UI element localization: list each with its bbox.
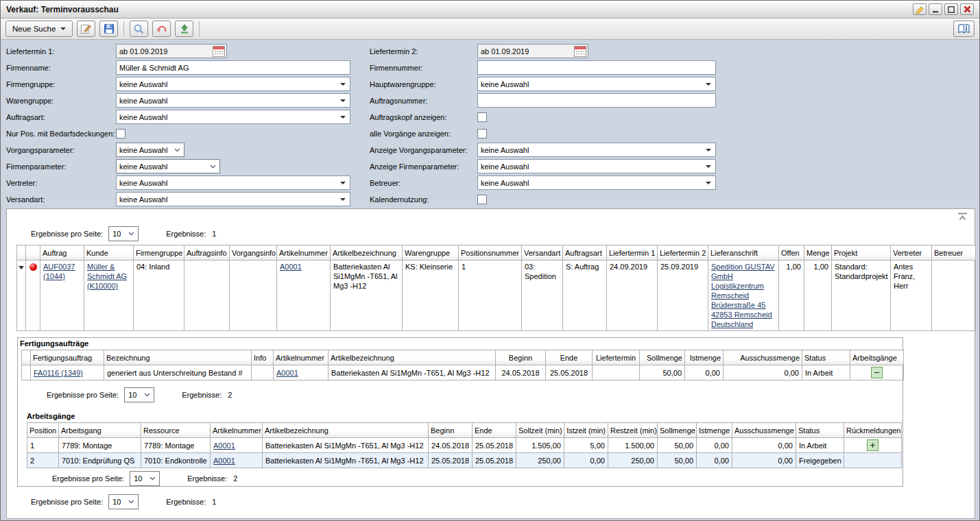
window-buttons <box>913 3 974 15</box>
export-button[interactable] <box>175 21 193 37</box>
nurpos-checkbox[interactable] <box>116 129 126 138</box>
minimize-button[interactable] <box>929 3 942 15</box>
per-page-select[interactable]: 10 <box>130 471 160 486</box>
arbeitsgaenge-heading: Arbeitsgänge <box>27 412 75 420</box>
liefertermin2-field[interactable]: ab 01.09.2019 <box>477 44 588 58</box>
fa-arbeitsgaenge-cell <box>850 365 904 380</box>
undo-button[interactable] <box>152 21 171 37</box>
firmengruppe-dropdown[interactable]: keine Auswahl <box>116 77 350 91</box>
anzeige-firmenparameter-dropdown[interactable]: keine Auswahl <box>477 159 716 173</box>
auftragsnummer-input[interactable] <box>477 93 716 108</box>
artikelnummer-link[interactable]: A0001 <box>213 457 235 465</box>
betreuer-cell <box>932 260 976 331</box>
ag-ausschussmenge-cell: 0,00 <box>732 438 796 453</box>
chevron-down-icon <box>340 182 346 184</box>
firmenname-input[interactable]: Müller & Schmidt AG <box>116 60 350 75</box>
liefertermin1-label: Liefertermin 1: <box>6 47 116 56</box>
close-icon <box>963 5 972 14</box>
hauptwarengruppe-dropdown[interactable]: keine Auswahl <box>477 77 716 91</box>
kalendernutzung-label: Kalendernutzung: <box>370 195 477 204</box>
auftragskopf-checkbox[interactable] <box>477 112 487 122</box>
artikelnummer-link[interactable]: A0001 <box>213 441 235 450</box>
betreuer-dropdown[interactable]: keine Auswahl <box>477 175 716 190</box>
ag-rueckmeldungen-cell <box>844 438 902 453</box>
chevron-down-icon <box>340 116 346 119</box>
collapse-row-icon[interactable] <box>19 266 24 269</box>
warengruppe-cell: KS: Kleinserie <box>403 260 459 331</box>
row-expander-cell <box>17 260 26 331</box>
chevron-down-icon <box>150 476 156 481</box>
close-button[interactable] <box>960 3 974 15</box>
results-area: Ergebnisse pro Seite: 10 Ergebnisse: 1 A… <box>6 208 975 519</box>
warengruppe-dropdown[interactable]: keine Auswahl <box>116 93 350 108</box>
collapse-arbeitsgaenge-button[interactable] <box>871 367 883 378</box>
ag-position-cell: 2 <box>27 453 59 468</box>
maximize-button[interactable] <box>944 3 958 15</box>
ag-sollzeit-cell: 250,00 <box>516 453 564 468</box>
save-icon <box>104 23 115 34</box>
calendar-icon[interactable] <box>213 46 225 57</box>
betreuer-label: Betreuer: <box>370 179 477 187</box>
ag-row: 1 7789: Montage 7789: Montage A0001 Batt… <box>27 438 902 453</box>
fa-pagination: Ergebnisse pro Seite: 10 Ergebnisse: 2 <box>47 387 232 402</box>
kalendernutzung-checkbox[interactable] <box>477 195 487 204</box>
new-search-button[interactable]: Neue Suche <box>5 21 73 37</box>
arbeitsgaenge-table: Position Arbeitsgang Ressource Artikelnu… <box>27 422 902 468</box>
hauptwarengruppe-label: Hauptwarengruppe: <box>370 80 477 88</box>
per-page-select[interactable]: 10 <box>124 387 154 402</box>
ag-istzeit-cell: 5,00 <box>564 438 608 453</box>
liefertermin1-field[interactable]: ab 01.09.2019 <box>116 44 227 58</box>
ag-ende-cell: 25.05.2018 <box>473 438 516 453</box>
calendar-icon[interactable] <box>574 46 586 57</box>
help-button[interactable] <box>953 21 975 37</box>
firmennummer-input[interactable] <box>477 60 716 75</box>
vorgangsparameter-select[interactable]: keine Auswahl <box>116 143 184 157</box>
ag-position-cell: 1 <box>27 438 59 453</box>
window-title: Verkauf: Terminvorausschau <box>6 5 119 14</box>
auftragsart-dropdown[interactable]: keine Auswahl <box>116 110 350 124</box>
lieferanschrift-link[interactable]: Logistikzentrum Remscheid <box>711 281 776 300</box>
search-icon <box>133 23 145 35</box>
save-button[interactable] <box>99 21 118 37</box>
lieferanschrift-link[interactable]: Deutschland <box>711 319 776 329</box>
lieferanschrift-link[interactable]: 42853 Remscheid <box>711 310 776 319</box>
vorgangsparameter-label: Vorgangsparameter: <box>6 146 116 154</box>
edit-icon <box>80 23 92 35</box>
firmenparameter-select[interactable]: keine Auswahl <box>116 159 220 173</box>
row-status-cell <box>26 260 40 331</box>
fertigungsauftraege-heading: Fertigungsaufträge <box>20 339 88 348</box>
kunde-link[interactable]: Müller & Schmidt AG (K10000) <box>87 263 127 290</box>
versandart-dropdown[interactable]: keine Auswahl <box>116 192 350 206</box>
add-rueckmeldung-button[interactable] <box>867 439 879 451</box>
artikelnummer-link[interactable]: A0001 <box>280 263 302 271</box>
results-count: 2 <box>228 391 232 399</box>
vorgangsinfo-cell <box>230 260 277 331</box>
artikelnummer-link[interactable]: A0001 <box>276 369 298 377</box>
ag-restzeit-cell: 250,00 <box>608 453 658 468</box>
per-page-select[interactable]: 10 <box>108 226 139 241</box>
auftragsart-cell: S: Auftrag <box>563 260 607 331</box>
note-button[interactable] <box>913 3 927 15</box>
info-book-icon <box>957 23 970 35</box>
chevron-down-icon <box>340 83 346 86</box>
fa-istmenge-cell: 0,00 <box>685 365 724 380</box>
lieferanschrift-link[interactable]: Brüderstraße 45 <box>711 300 776 310</box>
positionsnummer-cell: 1 <box>459 260 522 331</box>
vertreter-dropdown[interactable]: keine Auswahl <box>116 175 350 190</box>
anzeige-vorgangsparameter-dropdown[interactable]: keine Auswahl <box>477 143 716 157</box>
auftragsinfo-cell <box>184 260 230 331</box>
firmenparameter-label: Firmenparameter: <box>6 162 116 171</box>
search-button[interactable] <box>130 21 148 37</box>
edit-button[interactable] <box>77 21 95 37</box>
artikelbezeichnung-cell: Batteriekasten Al Si1MgMn -T651, Al Mg3 … <box>331 260 403 331</box>
fertigungsauftrag-link[interactable]: FA0116 (1349) <box>34 369 83 377</box>
results-header-row: Auftrag Kunde Firmengruppe Auftragsinfo … <box>17 245 976 260</box>
allevorgaenge-checkbox[interactable] <box>477 129 487 138</box>
collapse-form-button[interactable] <box>956 212 968 222</box>
plus-icon <box>870 442 876 448</box>
lieferanschrift-link[interactable]: Spedition GUSTAV GmbH <box>711 262 776 281</box>
auftrag-link[interactable]: AUF0037 (1044) <box>43 263 75 280</box>
minimize-icon <box>931 5 940 14</box>
per-page-select[interactable]: 10 <box>108 494 139 509</box>
per-page-label: Ergebnisse pro Seite: <box>52 474 124 483</box>
